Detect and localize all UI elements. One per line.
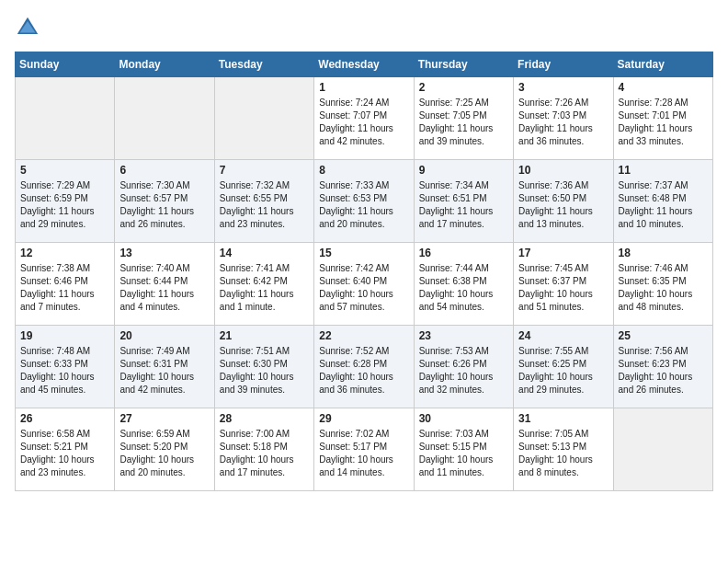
day-info: Sunrise: 7:30 AM Sunset: 6:57 PM Dayligh…: [119, 179, 209, 231]
day-number: 21: [220, 329, 309, 342]
calendar-week-row: 1Sunrise: 7:24 AM Sunset: 7:07 PM Daylig…: [16, 77, 713, 160]
day-info: Sunrise: 7:29 AM Sunset: 6:59 PM Dayligh…: [20, 179, 109, 231]
day-number: 8: [319, 164, 408, 177]
day-info: Sunrise: 7:48 AM Sunset: 6:33 PM Dayligh…: [20, 345, 109, 396]
day-number: 27: [119, 412, 209, 425]
calendar-cell: 19Sunrise: 7:48 AM Sunset: 6:33 PM Dayli…: [16, 326, 115, 408]
calendar-cell: 17Sunrise: 7:45 AM Sunset: 6:37 PM Dayli…: [514, 243, 613, 326]
day-number: 16: [419, 247, 508, 259]
calendar-cell: [115, 77, 214, 160]
calendar-cell: [214, 77, 313, 160]
day-header-friday: Friday: [514, 52, 613, 77]
day-number: 7: [220, 164, 309, 177]
calendar-cell: 21Sunrise: 7:51 AM Sunset: 6:30 PM Dayli…: [214, 326, 313, 408]
calendar-cell: 24Sunrise: 7:55 AM Sunset: 6:25 PM Dayli…: [514, 326, 613, 408]
day-info: Sunrise: 7:24 AM Sunset: 7:07 PM Dayligh…: [319, 97, 408, 148]
day-info: Sunrise: 6:59 AM Sunset: 5:20 PM Dayligh…: [119, 428, 209, 479]
day-info: Sunrise: 7:53 AM Sunset: 6:26 PM Dayligh…: [419, 345, 508, 396]
day-info: Sunrise: 7:36 AM Sunset: 6:50 PM Dayligh…: [518, 179, 608, 231]
day-info: Sunrise: 7:02 AM Sunset: 5:17 PM Dayligh…: [319, 428, 408, 479]
day-info: Sunrise: 7:56 AM Sunset: 6:23 PM Dayligh…: [619, 345, 708, 396]
calendar-cell: 14Sunrise: 7:41 AM Sunset: 6:42 PM Dayli…: [214, 243, 313, 326]
day-number: 24: [518, 329, 608, 342]
day-info: Sunrise: 7:46 AM Sunset: 6:35 PM Dayligh…: [619, 262, 708, 314]
calendar-cell: 8Sunrise: 7:33 AM Sunset: 6:53 PM Daylig…: [314, 160, 414, 243]
day-number: 29: [319, 412, 408, 425]
day-info: Sunrise: 7:49 AM Sunset: 6:31 PM Dayligh…: [119, 345, 209, 396]
day-number: 13: [119, 247, 209, 259]
day-number: 11: [619, 164, 708, 177]
day-info: Sunrise: 7:44 AM Sunset: 6:38 PM Dayligh…: [419, 262, 508, 314]
calendar-cell: 6Sunrise: 7:30 AM Sunset: 6:57 PM Daylig…: [115, 160, 214, 243]
day-number: 12: [20, 247, 109, 259]
calendar-header-row: SundayMondayTuesdayWednesdayThursdayFrid…: [16, 52, 713, 77]
calendar-cell: 1Sunrise: 7:24 AM Sunset: 7:07 PM Daylig…: [314, 77, 414, 160]
day-info: Sunrise: 7:52 AM Sunset: 6:28 PM Dayligh…: [319, 345, 408, 396]
calendar-cell: 16Sunrise: 7:44 AM Sunset: 6:38 PM Dayli…: [414, 243, 513, 326]
calendar-cell: 23Sunrise: 7:53 AM Sunset: 6:26 PM Dayli…: [414, 326, 513, 408]
day-info: Sunrise: 7:32 AM Sunset: 6:55 PM Dayligh…: [220, 179, 309, 231]
day-info: Sunrise: 7:40 AM Sunset: 6:44 PM Dayligh…: [119, 262, 209, 314]
calendar-cell: 18Sunrise: 7:46 AM Sunset: 6:35 PM Dayli…: [613, 243, 712, 326]
day-info: Sunrise: 7:25 AM Sunset: 7:05 PM Dayligh…: [419, 97, 508, 148]
day-header-thursday: Thursday: [414, 52, 513, 77]
day-number: 14: [220, 247, 309, 259]
day-number: 25: [619, 329, 708, 342]
calendar-week-row: 12Sunrise: 7:38 AM Sunset: 6:46 PM Dayli…: [16, 243, 713, 326]
day-number: 23: [419, 329, 508, 342]
calendar-week-row: 19Sunrise: 7:48 AM Sunset: 6:33 PM Dayli…: [16, 326, 713, 408]
calendar-cell: 3Sunrise: 7:26 AM Sunset: 7:03 PM Daylig…: [514, 77, 613, 160]
day-number: 20: [119, 329, 209, 342]
day-info: Sunrise: 7:41 AM Sunset: 6:42 PM Dayligh…: [220, 262, 309, 314]
logo: [15, 15, 44, 40]
calendar-cell: 11Sunrise: 7:37 AM Sunset: 6:48 PM Dayli…: [613, 160, 712, 243]
calendar-cell: 15Sunrise: 7:42 AM Sunset: 6:40 PM Dayli…: [314, 243, 414, 326]
calendar-cell: 7Sunrise: 7:32 AM Sunset: 6:55 PM Daylig…: [214, 160, 313, 243]
page-header: [15, 15, 713, 40]
day-number: 17: [518, 247, 608, 259]
day-number: 19: [20, 329, 109, 342]
day-info: Sunrise: 7:37 AM Sunset: 6:48 PM Dayligh…: [619, 179, 708, 231]
day-header-sunday: Sunday: [16, 52, 115, 77]
calendar-week-row: 5Sunrise: 7:29 AM Sunset: 6:59 PM Daylig…: [16, 160, 713, 243]
calendar-cell: 29Sunrise: 7:02 AM Sunset: 5:17 PM Dayli…: [314, 408, 414, 491]
calendar-cell: 2Sunrise: 7:25 AM Sunset: 7:05 PM Daylig…: [414, 77, 513, 160]
day-info: Sunrise: 7:38 AM Sunset: 6:46 PM Dayligh…: [20, 262, 109, 314]
calendar-week-row: 26Sunrise: 6:58 AM Sunset: 5:21 PM Dayli…: [16, 408, 713, 491]
calendar-cell: 4Sunrise: 7:28 AM Sunset: 7:01 PM Daylig…: [613, 77, 712, 160]
calendar-cell: 27Sunrise: 6:59 AM Sunset: 5:20 PM Dayli…: [115, 408, 214, 491]
calendar-cell: 25Sunrise: 7:56 AM Sunset: 6:23 PM Dayli…: [613, 326, 712, 408]
calendar-cell: 22Sunrise: 7:52 AM Sunset: 6:28 PM Dayli…: [314, 326, 414, 408]
day-number: 10: [518, 164, 608, 177]
day-number: 2: [419, 81, 508, 94]
day-number: 28: [220, 412, 309, 425]
calendar-cell: 31Sunrise: 7:05 AM Sunset: 5:13 PM Dayli…: [514, 408, 613, 491]
day-number: 3: [518, 81, 608, 94]
day-header-saturday: Saturday: [613, 52, 712, 77]
day-number: 6: [119, 164, 209, 177]
calendar-cell: 9Sunrise: 7:34 AM Sunset: 6:51 PM Daylig…: [414, 160, 513, 243]
day-info: Sunrise: 7:51 AM Sunset: 6:30 PM Dayligh…: [220, 345, 309, 396]
day-info: Sunrise: 7:05 AM Sunset: 5:13 PM Dayligh…: [518, 428, 608, 479]
day-header-tuesday: Tuesday: [214, 52, 313, 77]
day-number: 26: [20, 412, 109, 425]
day-info: Sunrise: 7:42 AM Sunset: 6:40 PM Dayligh…: [319, 262, 408, 314]
calendar-cell: 5Sunrise: 7:29 AM Sunset: 6:59 PM Daylig…: [16, 160, 115, 243]
calendar-cell: 12Sunrise: 7:38 AM Sunset: 6:46 PM Dayli…: [16, 243, 115, 326]
calendar-cell: 28Sunrise: 7:00 AM Sunset: 5:18 PM Dayli…: [214, 408, 313, 491]
day-number: 9: [419, 164, 508, 177]
calendar-cell: 20Sunrise: 7:49 AM Sunset: 6:31 PM Dayli…: [115, 326, 214, 408]
day-number: 15: [319, 247, 408, 259]
day-info: Sunrise: 6:58 AM Sunset: 5:21 PM Dayligh…: [20, 428, 109, 479]
calendar-cell: 26Sunrise: 6:58 AM Sunset: 5:21 PM Dayli…: [16, 408, 115, 491]
calendar-cell: 30Sunrise: 7:03 AM Sunset: 5:15 PM Dayli…: [414, 408, 513, 491]
day-number: 4: [619, 81, 708, 94]
day-info: Sunrise: 7:26 AM Sunset: 7:03 PM Dayligh…: [518, 97, 608, 148]
day-info: Sunrise: 7:00 AM Sunset: 5:18 PM Dayligh…: [220, 428, 309, 479]
day-number: 1: [319, 81, 408, 94]
calendar-cell: [613, 408, 712, 491]
day-number: 5: [20, 164, 109, 177]
logo-icon: [15, 15, 40, 40]
day-number: 22: [319, 329, 408, 342]
day-info: Sunrise: 7:34 AM Sunset: 6:51 PM Dayligh…: [419, 179, 508, 231]
